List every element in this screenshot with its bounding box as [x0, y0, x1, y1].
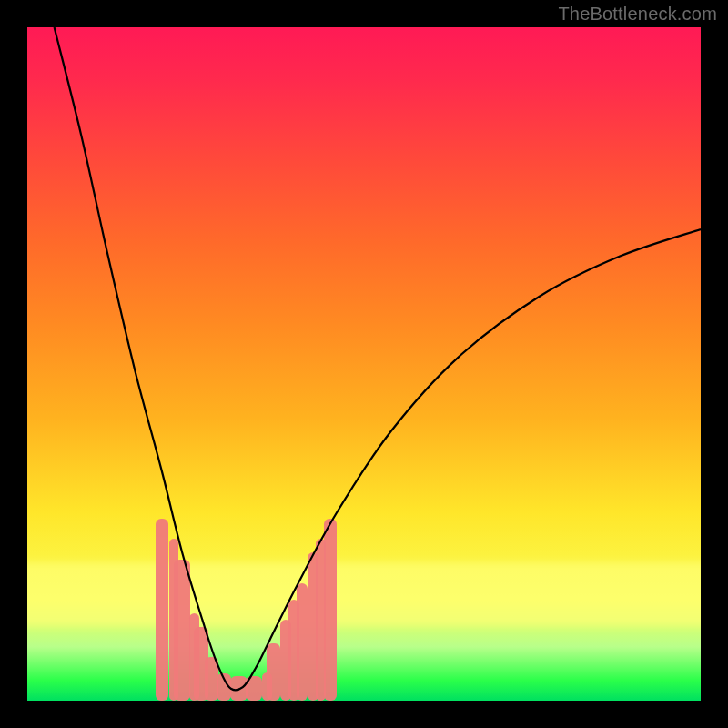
plot-area [27, 27, 701, 701]
chart-frame: TheBottleneck.com [0, 0, 728, 728]
curve-path [55, 27, 701, 690]
bottleneck-curve [27, 27, 701, 701]
watermark-text: TheBottleneck.com [558, 4, 717, 25]
